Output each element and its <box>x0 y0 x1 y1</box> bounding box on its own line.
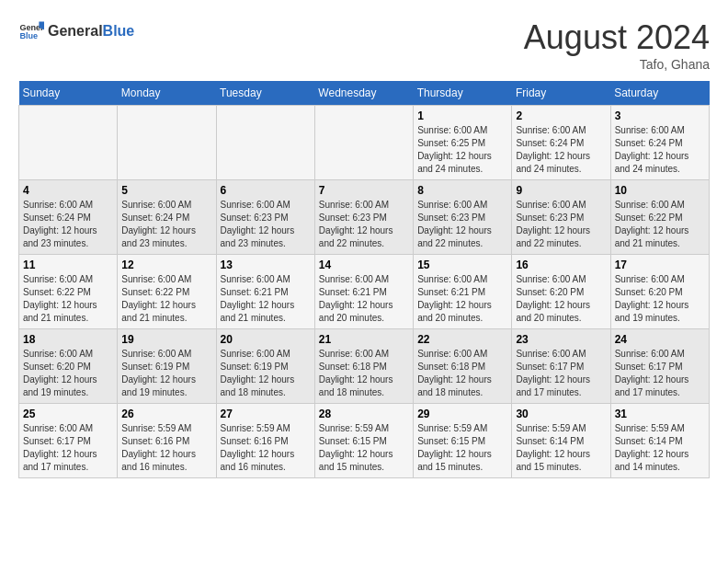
logo-blue: Blue <box>103 23 135 39</box>
calendar-cell: 16Sunrise: 6:00 AM Sunset: 6:20 PM Dayli… <box>512 255 610 329</box>
day-info: Sunrise: 6:00 AM Sunset: 6:19 PM Dayligh… <box>121 348 211 399</box>
day-info: Sunrise: 6:00 AM Sunset: 6:21 PM Dayligh… <box>417 273 507 325</box>
calendar-cell: 17Sunrise: 6:00 AM Sunset: 6:20 PM Dayli… <box>610 255 709 329</box>
calendar-cell: 27Sunrise: 5:59 AM Sunset: 6:16 PM Dayli… <box>216 404 314 478</box>
calendar-cell: 19Sunrise: 6:00 AM Sunset: 6:19 PM Dayli… <box>118 329 216 404</box>
week-row-2: 4Sunrise: 6:00 AM Sunset: 6:24 PM Daylig… <box>19 180 710 255</box>
day-info: Sunrise: 6:00 AM Sunset: 6:23 PM Dayligh… <box>319 199 409 250</box>
day-info: Sunrise: 6:00 AM Sunset: 6:23 PM Dayligh… <box>417 199 507 250</box>
day-number: 1 <box>417 109 507 122</box>
day-info: Sunrise: 6:00 AM Sunset: 6:17 PM Dayligh… <box>23 422 113 474</box>
day-info: Sunrise: 6:00 AM Sunset: 6:22 PM Dayligh… <box>121 273 211 325</box>
calendar-table: SundayMondayTuesdayWednesdayThursdayFrid… <box>18 81 710 478</box>
calendar-cell: 3Sunrise: 6:00 AM Sunset: 6:24 PM Daylig… <box>610 106 709 180</box>
day-header-wednesday: Wednesday <box>314 81 413 106</box>
location: Tafo, Ghana <box>524 57 710 72</box>
day-info: Sunrise: 6:00 AM Sunset: 6:24 PM Dayligh… <box>121 199 211 250</box>
calendar-cell: 23Sunrise: 6:00 AM Sunset: 6:17 PM Dayli… <box>512 329 610 404</box>
day-header-friday: Friday <box>512 81 610 106</box>
logo-general: General <box>48 23 103 39</box>
day-number: 5 <box>121 184 211 197</box>
day-header-monday: Monday <box>118 81 216 106</box>
day-info: Sunrise: 6:00 AM Sunset: 6:23 PM Dayligh… <box>221 199 311 250</box>
day-number: 9 <box>516 184 606 197</box>
day-info: Sunrise: 5:59 AM Sunset: 6:14 PM Dayligh… <box>516 422 606 474</box>
day-info: Sunrise: 6:00 AM Sunset: 6:17 PM Dayligh… <box>516 348 606 399</box>
calendar-cell <box>19 106 118 180</box>
calendar-cell: 20Sunrise: 6:00 AM Sunset: 6:19 PM Dayli… <box>216 329 314 404</box>
calendar-cell: 22Sunrise: 6:00 AM Sunset: 6:18 PM Dayli… <box>414 329 512 404</box>
calendar-cell: 29Sunrise: 5:59 AM Sunset: 6:15 PM Dayli… <box>414 404 512 478</box>
calendar-cell: 14Sunrise: 6:00 AM Sunset: 6:21 PM Dayli… <box>314 255 413 329</box>
day-number: 4 <box>23 184 113 197</box>
day-info: Sunrise: 5:59 AM Sunset: 6:16 PM Dayligh… <box>221 422 311 474</box>
day-number: 11 <box>23 259 113 271</box>
day-info: Sunrise: 6:00 AM Sunset: 6:20 PM Dayligh… <box>23 348 113 399</box>
calendar-cell: 31Sunrise: 5:59 AM Sunset: 6:14 PM Dayli… <box>610 404 709 478</box>
day-info: Sunrise: 6:00 AM Sunset: 6:22 PM Dayligh… <box>23 273 113 325</box>
calendar-cell <box>216 106 314 180</box>
calendar-cell: 6Sunrise: 6:00 AM Sunset: 6:23 PM Daylig… <box>216 180 314 255</box>
calendar-cell: 21Sunrise: 6:00 AM Sunset: 6:18 PM Dayli… <box>314 329 413 404</box>
calendar-cell: 8Sunrise: 6:00 AM Sunset: 6:23 PM Daylig… <box>414 180 512 255</box>
day-number: 13 <box>221 259 311 271</box>
day-info: Sunrise: 6:00 AM Sunset: 6:19 PM Dayligh… <box>221 348 311 399</box>
calendar-cell <box>314 106 413 180</box>
day-number: 7 <box>319 184 409 197</box>
week-row-3: 11Sunrise: 6:00 AM Sunset: 6:22 PM Dayli… <box>19 255 710 329</box>
day-number: 28 <box>319 408 409 420</box>
day-number: 19 <box>121 333 211 346</box>
month-year: August 2024 <box>524 18 710 57</box>
day-number: 3 <box>615 109 705 122</box>
day-header-thursday: Thursday <box>414 81 512 106</box>
calendar-cell: 28Sunrise: 5:59 AM Sunset: 6:15 PM Dayli… <box>314 404 413 478</box>
day-info: Sunrise: 6:00 AM Sunset: 6:18 PM Dayligh… <box>319 348 409 399</box>
week-row-4: 18Sunrise: 6:00 AM Sunset: 6:20 PM Dayli… <box>19 329 710 404</box>
day-number: 21 <box>319 333 409 346</box>
day-info: Sunrise: 6:00 AM Sunset: 6:24 PM Dayligh… <box>516 124 606 176</box>
page-header: General Blue GeneralBlue August 2024 Taf… <box>18 18 710 72</box>
day-number: 30 <box>516 408 606 420</box>
day-info: Sunrise: 6:00 AM Sunset: 6:17 PM Dayligh… <box>615 348 705 399</box>
day-number: 23 <box>516 333 606 346</box>
calendar-cell: 4Sunrise: 6:00 AM Sunset: 6:24 PM Daylig… <box>19 180 118 255</box>
calendar-cell: 12Sunrise: 6:00 AM Sunset: 6:22 PM Dayli… <box>118 255 216 329</box>
calendar-cell: 2Sunrise: 6:00 AM Sunset: 6:24 PM Daylig… <box>512 106 610 180</box>
calendar-cell: 11Sunrise: 6:00 AM Sunset: 6:22 PM Dayli… <box>19 255 118 329</box>
day-number: 6 <box>221 184 311 197</box>
day-header-tuesday: Tuesday <box>216 81 314 106</box>
day-number: 17 <box>615 259 705 271</box>
day-header-sunday: Sunday <box>19 81 118 106</box>
calendar-cell: 24Sunrise: 6:00 AM Sunset: 6:17 PM Dayli… <box>610 329 709 404</box>
day-number: 10 <box>615 184 705 197</box>
calendar-cell: 13Sunrise: 6:00 AM Sunset: 6:21 PM Dayli… <box>216 255 314 329</box>
day-number: 25 <box>23 408 113 420</box>
day-info: Sunrise: 6:00 AM Sunset: 6:18 PM Dayligh… <box>417 348 507 399</box>
day-info: Sunrise: 6:00 AM Sunset: 6:21 PM Dayligh… <box>221 273 311 325</box>
day-number: 27 <box>221 408 311 420</box>
day-info: Sunrise: 6:00 AM Sunset: 6:24 PM Dayligh… <box>615 124 705 176</box>
day-number: 8 <box>417 184 507 197</box>
calendar-cell: 1Sunrise: 6:00 AM Sunset: 6:25 PM Daylig… <box>414 106 512 180</box>
day-number: 20 <box>221 333 311 346</box>
calendar-cell: 15Sunrise: 6:00 AM Sunset: 6:21 PM Dayli… <box>414 255 512 329</box>
day-info: Sunrise: 5:59 AM Sunset: 6:15 PM Dayligh… <box>319 422 409 474</box>
day-info: Sunrise: 5:59 AM Sunset: 6:15 PM Dayligh… <box>417 422 507 474</box>
day-info: Sunrise: 6:00 AM Sunset: 6:21 PM Dayligh… <box>319 273 409 325</box>
day-info: Sunrise: 5:59 AM Sunset: 6:14 PM Dayligh… <box>615 422 705 474</box>
logo: General Blue GeneralBlue <box>18 18 134 44</box>
day-info: Sunrise: 6:00 AM Sunset: 6:20 PM Dayligh… <box>516 273 606 325</box>
day-info: Sunrise: 6:00 AM Sunset: 6:23 PM Dayligh… <box>516 199 606 250</box>
logo-icon: General Blue <box>18 18 44 44</box>
day-number: 22 <box>417 333 507 346</box>
day-number: 15 <box>417 259 507 271</box>
calendar-cell: 10Sunrise: 6:00 AM Sunset: 6:22 PM Dayli… <box>610 180 709 255</box>
day-number: 18 <box>23 333 113 346</box>
week-row-5: 25Sunrise: 6:00 AM Sunset: 6:17 PM Dayli… <box>19 404 710 478</box>
calendar-cell: 7Sunrise: 6:00 AM Sunset: 6:23 PM Daylig… <box>314 180 413 255</box>
header-row: SundayMondayTuesdayWednesdayThursdayFrid… <box>19 81 710 106</box>
day-info: Sunrise: 6:00 AM Sunset: 6:22 PM Dayligh… <box>615 199 705 250</box>
svg-text:Blue: Blue <box>19 31 38 40</box>
calendar-cell: 5Sunrise: 6:00 AM Sunset: 6:24 PM Daylig… <box>118 180 216 255</box>
calendar-cell: 30Sunrise: 5:59 AM Sunset: 6:14 PM Dayli… <box>512 404 610 478</box>
